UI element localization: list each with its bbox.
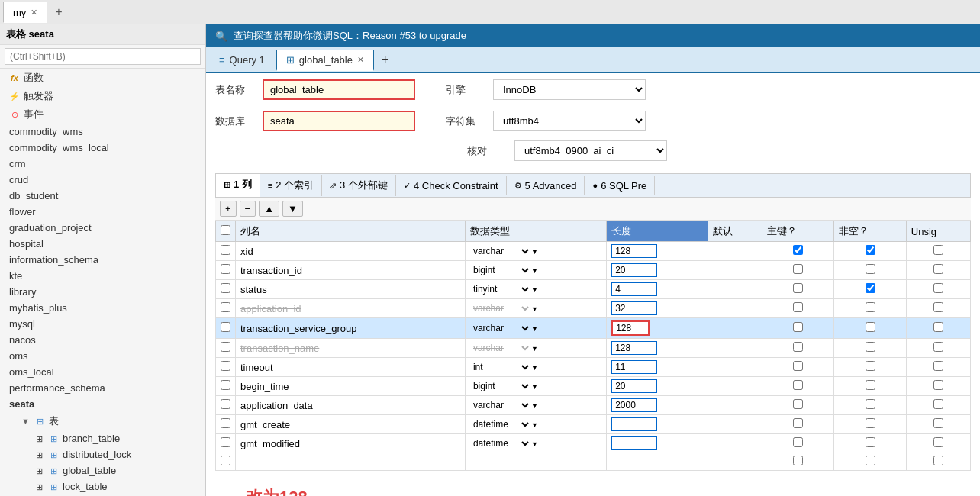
type-dropdown-arrow[interactable]: ▼ xyxy=(531,345,538,353)
sidebar-search-input[interactable] xyxy=(5,48,201,65)
unsigned-checkbox[interactable] xyxy=(933,437,943,447)
unsigned-checkbox[interactable] xyxy=(933,245,943,255)
sidebar-item-crm[interactable]: crm xyxy=(0,156,205,172)
type-dropdown-arrow[interactable]: ▼ xyxy=(531,305,538,313)
sidebar-item-branch_table[interactable]: ⊞ ⊞ branch_table xyxy=(0,430,205,446)
col-tab-check[interactable]: ✓ 4 Check Constraint xyxy=(396,176,507,195)
row-checkbox[interactable] xyxy=(221,283,230,293)
sidebar-item-events[interactable]: ⊙ 事件 xyxy=(0,105,205,124)
length-input[interactable] xyxy=(611,341,657,355)
unsigned-checkbox[interactable] xyxy=(933,399,943,409)
length-input[interactable] xyxy=(611,320,650,336)
type-dropdown-arrow[interactable]: ▼ xyxy=(531,364,538,372)
type-select[interactable]: bigint xyxy=(470,380,531,392)
notnull-checkbox[interactable] xyxy=(866,456,875,465)
sidebar-item-hospital[interactable]: hospital xyxy=(0,236,205,252)
type-select[interactable]: datetime xyxy=(470,437,531,449)
type-select[interactable]: varchar xyxy=(470,399,531,411)
row-checkbox[interactable] xyxy=(221,322,230,332)
length-input[interactable] xyxy=(611,244,657,258)
row-checkbox[interactable] xyxy=(221,342,230,352)
move-down-button[interactable]: ▼ xyxy=(282,201,303,217)
sidebar-item-global_table[interactable]: ⊞ ⊞ global_table xyxy=(0,462,205,478)
pk-checkbox[interactable] xyxy=(793,342,803,352)
length-input[interactable] xyxy=(611,436,657,450)
sidebar-item-performance_schema[interactable]: performance_schema xyxy=(0,380,205,396)
length-input[interactable] xyxy=(611,301,657,315)
pk-checkbox[interactable] xyxy=(793,361,803,371)
notnull-checkbox[interactable] xyxy=(866,283,875,293)
notnull-checkbox[interactable] xyxy=(866,361,875,371)
col-tab-indexes[interactable]: ≡ 2 个索引 xyxy=(260,175,322,196)
col-tab-sql[interactable]: ● 6 SQL Pre xyxy=(585,176,655,195)
length-input[interactable] xyxy=(611,379,657,393)
row-checkbox[interactable] xyxy=(221,437,230,447)
sidebar-item-graduation_project[interactable]: graduation_project xyxy=(0,220,205,236)
content-tab-add[interactable]: + xyxy=(376,50,395,69)
notnull-checkbox[interactable] xyxy=(866,380,875,390)
row-checkbox[interactable] xyxy=(221,456,230,465)
type-select[interactable]: varchar xyxy=(470,245,531,257)
length-input[interactable] xyxy=(611,263,657,277)
sidebar-item-oms[interactable]: oms xyxy=(0,348,205,364)
pk-checkbox[interactable] xyxy=(793,264,803,274)
row-checkbox[interactable] xyxy=(221,418,230,428)
unsigned-checkbox[interactable] xyxy=(933,418,943,428)
sidebar-item-tables-group[interactable]: ▼ ⊞ 表 xyxy=(0,412,205,430)
type-select[interactable]: tinyint xyxy=(470,283,531,295)
type-dropdown-arrow[interactable]: ▼ xyxy=(531,383,538,391)
sidebar-item-commodity_wms[interactable]: commodity_wms xyxy=(0,124,205,140)
pk-checkbox[interactable] xyxy=(793,456,803,465)
type-select[interactable]: varchar xyxy=(470,342,531,354)
pk-checkbox[interactable] xyxy=(793,322,803,332)
col-tab-foreign-keys[interactable]: ⇗ 3 个外部键 xyxy=(322,175,396,196)
sidebar-item-functions[interactable]: fx 函数 xyxy=(0,69,205,87)
top-tab-my[interactable]: my ✕ xyxy=(3,2,47,23)
tab-global_table[interactable]: ⊞ global_table ✕ xyxy=(276,50,374,71)
table-name-input[interactable] xyxy=(263,79,415,100)
row-checkbox[interactable] xyxy=(221,302,230,312)
charset-select[interactable]: utf8mb4 xyxy=(493,111,646,131)
engine-select[interactable]: InnoDB xyxy=(493,79,646,100)
add-column-button[interactable]: + xyxy=(220,201,237,217)
db-name-input[interactable] xyxy=(263,111,415,131)
type-dropdown-arrow[interactable]: ▼ xyxy=(531,248,538,256)
type-dropdown-arrow[interactable]: ▼ xyxy=(531,325,538,333)
length-input[interactable] xyxy=(611,360,657,374)
remove-column-button[interactable]: − xyxy=(240,201,256,217)
type-select[interactable]: datetime xyxy=(470,418,531,430)
pk-checkbox[interactable] xyxy=(793,437,803,447)
row-checkbox[interactable] xyxy=(221,264,230,274)
type-dropdown-arrow[interactable]: ▼ xyxy=(531,440,538,448)
type-select[interactable]: int xyxy=(470,361,531,373)
pk-checkbox[interactable] xyxy=(793,245,803,255)
row-checkbox[interactable] xyxy=(221,245,230,255)
type-dropdown-arrow[interactable]: ▼ xyxy=(531,421,538,429)
new-tab-button[interactable]: + xyxy=(49,4,68,21)
unsigned-checkbox[interactable] xyxy=(933,283,943,293)
notnull-checkbox[interactable] xyxy=(866,322,875,332)
unsigned-checkbox[interactable] xyxy=(933,322,943,332)
pk-checkbox[interactable] xyxy=(793,418,803,428)
top-tab-my-close[interactable]: ✕ xyxy=(31,8,37,18)
sidebar-item-db_student[interactable]: db_student xyxy=(0,188,205,204)
notnull-checkbox[interactable] xyxy=(866,437,875,447)
type-select[interactable]: bigint xyxy=(470,264,531,276)
notnull-checkbox[interactable] xyxy=(866,418,875,428)
sidebar-item-kte[interactable]: kte xyxy=(0,268,205,284)
unsigned-checkbox[interactable] xyxy=(933,302,943,312)
notnull-checkbox[interactable] xyxy=(866,342,875,352)
unsigned-checkbox[interactable] xyxy=(933,361,943,371)
pk-checkbox[interactable] xyxy=(793,380,803,390)
length-input[interactable] xyxy=(611,417,657,431)
unsigned-checkbox[interactable] xyxy=(933,380,943,390)
type-dropdown-arrow[interactable]: ▼ xyxy=(531,402,538,410)
notnull-checkbox[interactable] xyxy=(866,302,875,312)
sidebar-item-mybatis_plus[interactable]: mybatis_plus xyxy=(0,300,205,316)
collation-select[interactable]: utf8mb4_0900_ai_ci xyxy=(514,140,667,161)
sidebar-item-lock_table[interactable]: ⊞ ⊞ lock_table xyxy=(0,478,205,494)
notnull-checkbox[interactable] xyxy=(866,264,875,274)
pk-checkbox[interactable] xyxy=(793,283,803,293)
sidebar-item-nacos[interactable]: nacos xyxy=(0,332,205,348)
type-dropdown-arrow[interactable]: ▼ xyxy=(531,267,538,275)
